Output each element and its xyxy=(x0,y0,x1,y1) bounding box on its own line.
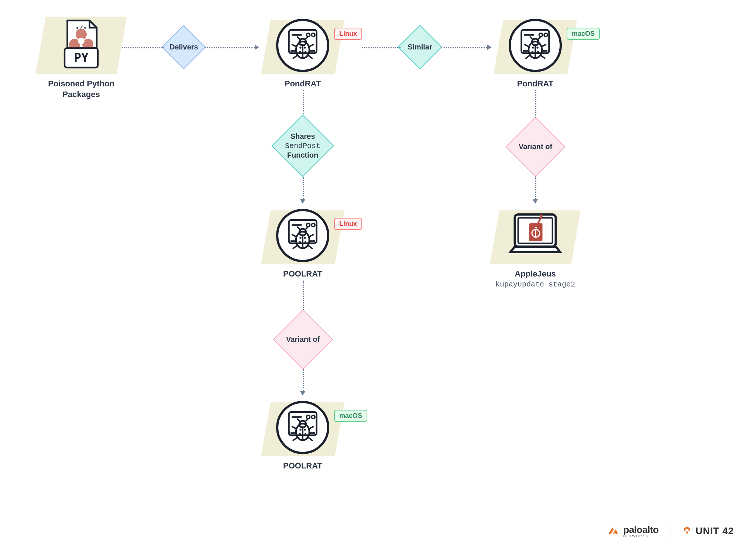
diamond-variant-poolrat: Variant of xyxy=(273,309,333,370)
svg-point-4 xyxy=(78,38,85,44)
diamond-variant-pondrat: Variant of xyxy=(505,117,566,177)
diamond-similar: Similar xyxy=(398,25,442,69)
arrow-icon xyxy=(487,45,492,50)
malware-icon xyxy=(262,205,343,266)
macos-tag: macOS xyxy=(567,28,600,40)
node-poolrat-linux-label: POOLRAT xyxy=(262,269,343,279)
connector xyxy=(122,47,164,48)
svg-point-36 xyxy=(536,47,538,48)
svg-point-15 xyxy=(299,47,301,48)
paloalto-icon xyxy=(606,524,620,537)
linux-tag: Linux xyxy=(334,218,362,230)
connector xyxy=(362,47,401,48)
arrow-icon xyxy=(300,391,305,396)
svg-point-35 xyxy=(532,47,534,48)
unit42-logo: UNIT 42 xyxy=(681,525,734,537)
node-applejeus: AppleJeus kupayupdate_stage2 xyxy=(484,205,587,289)
svg-point-76 xyxy=(304,429,306,430)
arrow-icon xyxy=(300,199,305,204)
svg-text:PY: PY xyxy=(74,51,89,65)
laptop-juice-icon xyxy=(484,205,587,266)
node-pondrat-macos-label: PondRAT xyxy=(495,79,576,89)
arrow-icon xyxy=(533,199,538,204)
svg-point-16 xyxy=(304,47,306,48)
node-poolrat-linux: POOLRAT Linux xyxy=(262,205,343,279)
node-pondrat-linux-label: PondRAT xyxy=(262,79,343,89)
connector xyxy=(303,90,304,114)
svg-point-57 xyxy=(299,241,301,243)
malware-icon xyxy=(262,397,343,458)
macos-tag: macOS xyxy=(334,410,367,422)
svg-point-56 xyxy=(304,237,306,238)
arrow-icon xyxy=(255,45,259,50)
unit42-icon xyxy=(681,525,693,536)
node-poisoned-python: </> PY Poisoned Python Packages xyxy=(33,15,129,100)
connector xyxy=(303,369,304,391)
svg-point-75 xyxy=(299,429,301,430)
connector xyxy=(205,47,255,48)
connector xyxy=(535,90,536,118)
paloalto-logo: paloalto NETWORKS xyxy=(606,524,659,538)
python-package-icon: </> PY xyxy=(33,15,129,76)
svg-point-78 xyxy=(305,433,306,435)
node-pondrat-linux: PondRAT Linux xyxy=(262,15,343,89)
svg-point-55 xyxy=(299,237,301,238)
node-poisoned-label: Poisoned Python Packages xyxy=(33,79,129,100)
footer-separator xyxy=(670,523,670,538)
connector xyxy=(303,281,304,310)
node-poolrat-macos: POOLRAT macOS xyxy=(262,397,343,471)
linux-tag: Linux xyxy=(334,28,362,40)
diamond-delivers: Delivers xyxy=(161,25,206,69)
svg-point-94 xyxy=(686,532,688,534)
svg-point-37 xyxy=(532,51,533,53)
connector xyxy=(303,177,304,199)
footer-branding: paloalto NETWORKS UNIT 42 xyxy=(606,523,734,538)
malware-icon xyxy=(262,15,343,76)
svg-point-58 xyxy=(305,241,306,243)
malware-icon xyxy=(495,15,576,76)
connector xyxy=(535,176,536,199)
node-poolrat-macos-label: POOLRAT xyxy=(262,461,343,471)
connector xyxy=(441,47,487,48)
svg-point-17 xyxy=(299,51,301,53)
node-pondrat-macos: PondRAT macOS xyxy=(495,15,576,89)
svg-point-77 xyxy=(299,433,301,435)
node-applejeus-label: AppleJeus xyxy=(484,269,587,279)
svg-point-18 xyxy=(305,51,306,53)
svg-point-38 xyxy=(537,51,539,53)
diamond-shares: Shares SendPost Function xyxy=(271,114,334,177)
node-applejeus-sublabel: kupayupdate_stage2 xyxy=(484,280,587,289)
